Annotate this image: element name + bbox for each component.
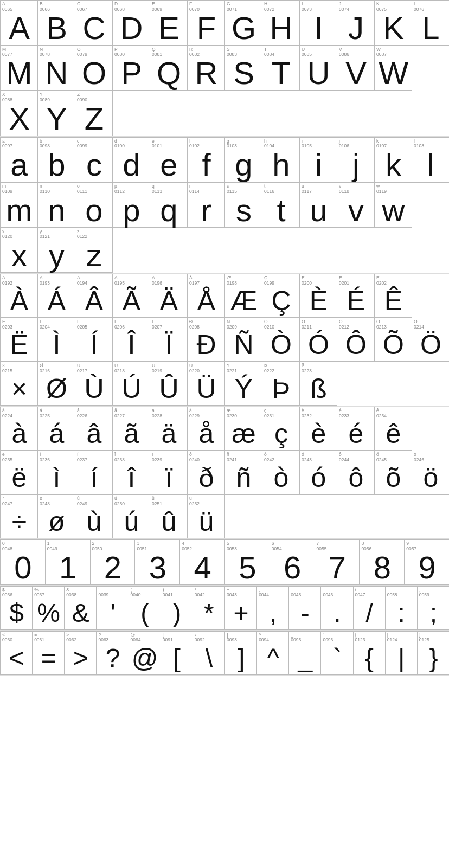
glyph-code: ? 0063 — [98, 633, 108, 644]
glyph-cell: - 0045- — [289, 587, 321, 630]
glyph-code: + 0043 — [227, 588, 237, 599]
glyph-cell: ( 0040( — [129, 587, 161, 630]
glyph-cell: ä 0228ä — [150, 407, 188, 451]
glyph-char: Þ — [264, 374, 298, 404]
glyph-cell: ô 0244ô — [337, 451, 375, 494]
glyph-code: ì 0236 — [40, 452, 50, 463]
glyph-cell: I 0073I — [300, 1, 337, 46]
glyph-code: Æ 0198 — [227, 275, 237, 286]
glyph-code: 9 0057 — [406, 541, 416, 552]
glyph-char: ï — [152, 463, 186, 493]
glyph-char: × — [2, 374, 36, 404]
glyph-char: @ — [131, 643, 159, 673]
glyph-code: } 0125 — [419, 633, 429, 644]
glyph-char: w — [376, 195, 410, 226]
glyph-cell: \ 0092\ — [193, 632, 225, 675]
glyph-cell: Ï 0207Ï — [150, 318, 188, 362]
glyph-cell: 1 00491 — [46, 540, 91, 585]
glyph-char: ; — [419, 598, 448, 628]
glyph-code: Ó 0211 — [302, 319, 312, 330]
glyph-code: Ç 0199 — [264, 275, 274, 286]
glyph-code: ö 0246 — [414, 452, 424, 463]
glyph-code: 6 0054 — [272, 541, 282, 552]
glyph-code: è 0232 — [302, 408, 312, 419]
glyph-cell: Ö 0214Ö — [412, 318, 449, 362]
glyph-code: r 0114 — [189, 184, 200, 195]
glyph-code: í 0237 — [77, 452, 87, 463]
glyph-code: 8 0056 — [361, 541, 371, 552]
glyph-cell: | 0124| — [386, 632, 418, 675]
glyph-char: 3 — [137, 552, 178, 583]
glyph-char: s — [227, 195, 261, 226]
glyph-code: ü 0252 — [189, 496, 200, 507]
glyph-code: õ 0245 — [376, 452, 387, 463]
glyph-cell: = 0061= — [33, 632, 65, 675]
glyph-code: i 0105 — [302, 139, 312, 150]
glyph-cell: ë 0235ë — [1, 451, 38, 494]
glyph-cell: $ 0036$ — [1, 587, 33, 630]
glyph-code: t 0116 — [264, 184, 274, 195]
glyph-cell: Z 0090Z — [75, 91, 113, 136]
glyph-cell: b 0098b — [38, 138, 75, 183]
glyph-char: ô — [339, 463, 373, 493]
glyph-cell: % 0037% — [33, 587, 65, 630]
glyph-char: Ø — [40, 374, 74, 404]
glyph-char: & — [66, 598, 95, 628]
glyph-row: à 0224àá 0225áâ 0226âã 0227ãä 0228äå 022… — [0, 407, 449, 451]
glyph-code: Ê 0202 — [376, 275, 387, 286]
glyph-cell: 0 00480 — [1, 540, 46, 585]
glyph-char: î — [114, 463, 149, 493]
glyph-char: \ — [195, 643, 223, 673]
glyph-chart: A 0065AB 0066BC 0067CD 0068DE 0069EF 007… — [0, 0, 449, 676]
glyph-char: | — [387, 643, 416, 673]
glyph-cell: é 0233é — [337, 407, 375, 451]
glyph-cell: Û 0219Û — [150, 362, 188, 406]
glyph-char: Z — [77, 103, 111, 134]
glyph-cell: ð 0240ð — [188, 451, 225, 494]
glyph-cell: æ 0230æ — [225, 407, 262, 451]
glyph-cell: 7 00557 — [315, 540, 360, 585]
glyph-code: j 0106 — [339, 139, 349, 150]
glyph-row: < 0060<= 0061=> 0062>? 0063?@ 0064@[ 009… — [0, 631, 449, 675]
glyph-cell: Á 0193Á — [38, 274, 75, 318]
glyph-code: ë 0235 — [2, 452, 12, 463]
glyph-code: Ð 0208 — [189, 319, 200, 330]
glyph-char: 9 — [406, 552, 448, 583]
glyph-char: o — [77, 195, 111, 226]
glyph-cell: ñ 0241ñ — [225, 451, 262, 494]
glyph-char: : — [387, 598, 416, 628]
glyph-cell: V 0086V — [337, 46, 375, 91]
glyph-char: l — [414, 149, 448, 181]
glyph-code: l 0108 — [414, 139, 424, 150]
glyph-code: 5 0053 — [227, 541, 237, 552]
glyph-cell: Ç 0199Ç — [262, 274, 300, 318]
glyph-char: Í — [77, 330, 111, 360]
glyph-cell: A 0065A — [1, 1, 38, 46]
glyph-char: $ — [2, 598, 31, 628]
glyph-cell: K 0075K — [375, 1, 412, 46]
glyph-cell: n 0110n — [38, 183, 75, 228]
glyph-char: = — [34, 643, 63, 673]
glyph-char: D — [114, 12, 149, 44]
glyph-char: * — [195, 598, 223, 628]
glyph-cell: Ñ 0209Ñ — [225, 318, 262, 362]
glyph-row: m 0109mn 0110no 0111op 0112pq 0113qr 011… — [0, 182, 449, 228]
glyph-code: ç 0231 — [264, 408, 274, 419]
glyph-char: m — [2, 195, 36, 226]
glyph-char: e — [152, 149, 186, 181]
glyph-char: c — [77, 149, 111, 181]
glyph-char: ? — [98, 643, 127, 673]
glyph-char: x — [2, 240, 36, 271]
glyph-cell: Ë 0203Ë — [1, 318, 38, 362]
glyph-cell: ï 0239ï — [150, 451, 188, 494]
glyph-char: ] — [227, 643, 255, 673]
glyph-section-uppercase: A 0065AB 0066BC 0067CD 0068DE 0069EF 007… — [0, 0, 449, 137]
glyph-char: S — [227, 57, 261, 89]
glyph-cell: } 0125} — [418, 632, 449, 675]
glyph-char: Ì — [40, 330, 74, 360]
glyph-cell: 3 00513 — [135, 540, 180, 585]
glyph-char: ú — [114, 507, 149, 537]
glyph-char: Ï — [152, 330, 186, 360]
glyph-char: ë — [2, 463, 36, 493]
glyph-cell: x 0120x — [1, 228, 38, 273]
